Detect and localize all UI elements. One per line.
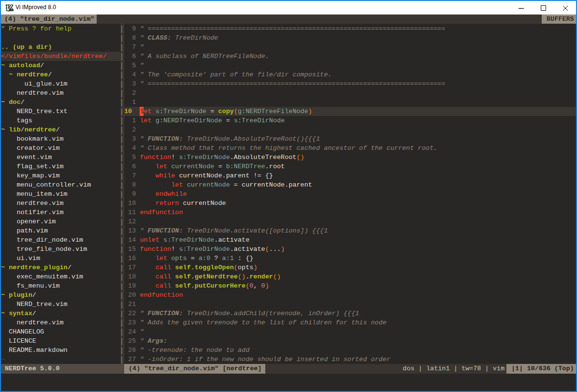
svg-text:im: im (9, 8, 14, 12)
